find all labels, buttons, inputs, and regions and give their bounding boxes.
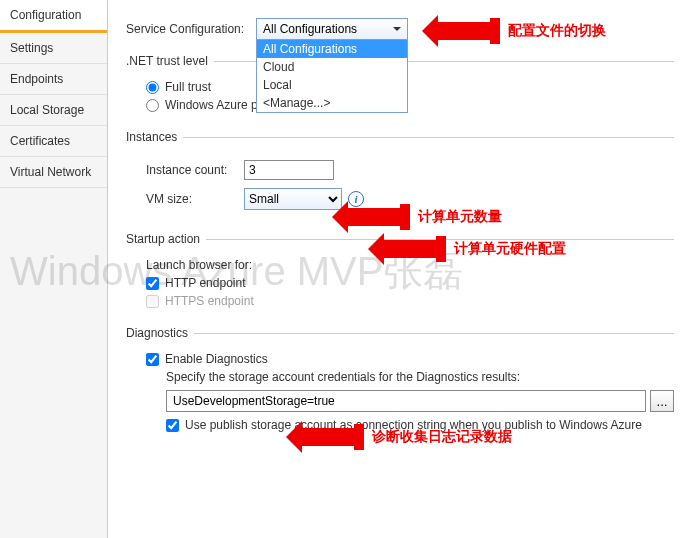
sidebar-item-configuration[interactable]: Configuration <box>0 0 107 33</box>
specify-storage-label: Specify the storage account credentials … <box>166 370 674 384</box>
instance-count-label: Instance count: <box>146 163 244 177</box>
sidebar: Configuration Settings Endpoints Local S… <box>0 0 108 538</box>
vm-size-label: VM size: <box>146 192 244 206</box>
combo-option-local[interactable]: Local <box>257 76 407 94</box>
full-trust-radio[interactable] <box>146 81 159 94</box>
combo-option-cloud[interactable]: Cloud <box>257 58 407 76</box>
enable-diagnostics-label: Enable Diagnostics <box>165 352 268 366</box>
partial-trust-radio[interactable] <box>146 99 159 112</box>
trust-legend: .NET trust level <box>126 54 214 68</box>
use-publish-storage-checkbox[interactable] <box>166 419 179 432</box>
sidebar-item-virtual-network[interactable]: Virtual Network <box>0 157 107 188</box>
https-endpoint-checkbox <box>146 295 159 308</box>
enable-diagnostics-checkbox[interactable] <box>146 353 159 366</box>
sidebar-item-endpoints[interactable]: Endpoints <box>0 64 107 95</box>
full-trust-label: Full trust <box>165 80 211 94</box>
combo-option-manage[interactable]: <Manage...> <box>257 94 407 112</box>
instances-legend: Instances <box>126 130 183 144</box>
sidebar-item-certificates[interactable]: Certificates <box>0 126 107 157</box>
http-endpoint-checkbox[interactable] <box>146 277 159 290</box>
main-panel: Service Configuration: All Configuration… <box>108 0 692 538</box>
instances-fieldset: Instances Instance count: VM size: Small… <box>126 130 674 218</box>
storage-account-input[interactable] <box>166 390 646 412</box>
service-config-label: Service Configuration: <box>126 22 256 36</box>
diagnostics-fieldset: Diagnostics Enable Diagnostics Specify t… <box>126 326 674 436</box>
launch-browser-label: Launch browser for: <box>146 258 674 272</box>
http-endpoint-label: HTTP endpoint <box>165 276 246 290</box>
storage-browse-button[interactable]: ... <box>650 390 674 412</box>
use-publish-storage-label: Use publish storage account as connectio… <box>185 418 642 432</box>
service-config-dropdown: All Configurations Cloud Local <Manage..… <box>256 39 408 113</box>
vm-size-select[interactable]: Small <box>244 188 342 210</box>
service-config-selected[interactable]: All Configurations <box>256 18 408 40</box>
diagnostics-legend: Diagnostics <box>126 326 194 340</box>
startup-legend: Startup action <box>126 232 206 246</box>
info-icon[interactable]: i <box>348 191 364 207</box>
startup-fieldset: Startup action Launch browser for: HTTP … <box>126 232 674 312</box>
instance-count-input[interactable] <box>244 160 334 180</box>
service-config-combo[interactable]: All Configurations All Configurations Cl… <box>256 18 408 40</box>
https-endpoint-label: HTTPS endpoint <box>165 294 254 308</box>
sidebar-item-local-storage[interactable]: Local Storage <box>0 95 107 126</box>
sidebar-item-settings[interactable]: Settings <box>0 33 107 64</box>
combo-option-all[interactable]: All Configurations <box>257 40 407 58</box>
